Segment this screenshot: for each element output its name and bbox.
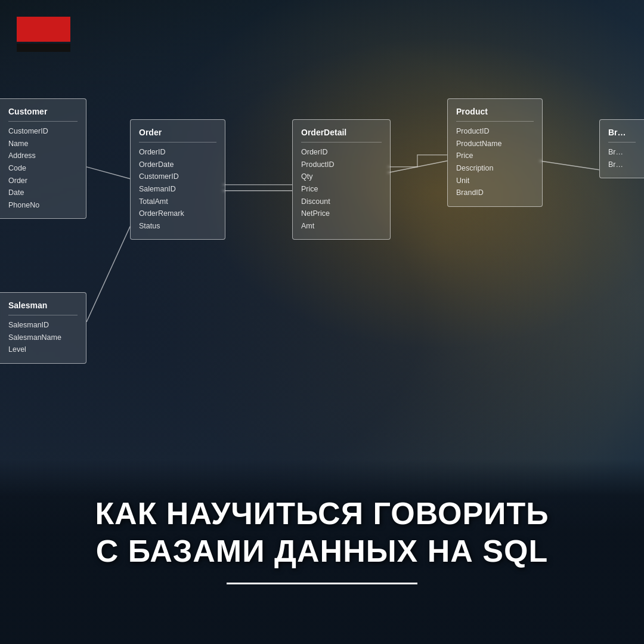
- field-price: Price: [301, 183, 382, 196]
- title-underline: [227, 583, 417, 584]
- field-discount: Discount: [301, 196, 382, 208]
- table-product: Product ProductID ProductName Price Desc…: [447, 98, 543, 207]
- logo-red-part: [17, 17, 70, 42]
- table-order: Order OrderID OrderDate CustomerID Salem…: [130, 119, 225, 240]
- field-orderdate: OrderDate: [139, 159, 216, 171]
- table-salesman: Salesman SalesmanID SalesmanName Level: [0, 292, 86, 364]
- field-customerid: CustomerID: [8, 125, 78, 138]
- field-amt: Amt: [301, 220, 382, 233]
- field-brand-b1: Br…: [608, 146, 636, 159]
- field-productid: ProductID: [456, 125, 534, 138]
- field-order-customerid: CustomerID: [139, 171, 216, 183]
- table-brand: Br… Br… Br…: [599, 119, 644, 178]
- field-salesmanid: SalesmanID: [8, 319, 78, 332]
- field-brandid: BrandID: [456, 187, 534, 199]
- field-od-productid: ProductID: [301, 159, 382, 171]
- field-qty: Qty: [301, 171, 382, 183]
- table-title-order: Order: [139, 126, 216, 143]
- field-address: Address: [8, 150, 78, 162]
- field-orderid: OrderID: [139, 146, 216, 159]
- field-brand-b2: Br…: [608, 159, 636, 171]
- main-title: КАК НАУЧИТЬСЯ ГОВОРИТЬ С БАЗАМИ ДАННЫХ Н…: [95, 495, 549, 569]
- logo: [17, 17, 70, 58]
- table-title-orderdetail: OrderDetail: [301, 126, 382, 143]
- field-od-orderid: OrderID: [301, 146, 382, 159]
- title-line1: КАК НАУЧИТЬСЯ ГОВОРИТЬ: [95, 496, 549, 531]
- table-title-customer: Customer: [8, 105, 78, 122]
- page-container: Customer CustomerID Name Address Code Or…: [0, 0, 644, 644]
- table-title-salesman: Salesman: [8, 299, 78, 315]
- logo-black-part: [17, 44, 70, 52]
- table-title-product: Product: [456, 105, 534, 122]
- field-netprice: NetPrice: [301, 208, 382, 220]
- field-salesmanname: SalesmanName: [8, 332, 78, 344]
- field-product-price: Price: [456, 150, 534, 162]
- field-date: Date: [8, 187, 78, 199]
- field-level: Level: [8, 343, 78, 356]
- field-name: Name: [8, 138, 78, 150]
- field-description: Description: [456, 162, 534, 175]
- field-salesmanid2: SalemanID: [139, 183, 216, 196]
- field-productname: ProductName: [456, 138, 534, 150]
- bottom-section: КАК НАУЧИТЬСЯ ГОВОРИТЬ С БАЗАМИ ДАННЫХ Н…: [0, 459, 644, 644]
- field-status: Status: [139, 220, 216, 233]
- field-code: Code: [8, 162, 78, 175]
- field-phoneno: PhoneNo: [8, 199, 78, 212]
- field-totalamt: TotalAmt: [139, 196, 216, 208]
- table-orderdetail: OrderDetail OrderID ProductID Qty Price …: [292, 119, 391, 240]
- table-title-brand: Br…: [608, 126, 636, 143]
- table-customer: Customer CustomerID Name Address Code Or…: [0, 98, 86, 219]
- field-orderremark: OrderRemark: [139, 208, 216, 220]
- field-unit: Unit: [456, 175, 534, 187]
- title-line2: С БАЗАМИ ДАННЫХ НА SQL: [96, 534, 548, 568]
- field-order: Order: [8, 175, 78, 187]
